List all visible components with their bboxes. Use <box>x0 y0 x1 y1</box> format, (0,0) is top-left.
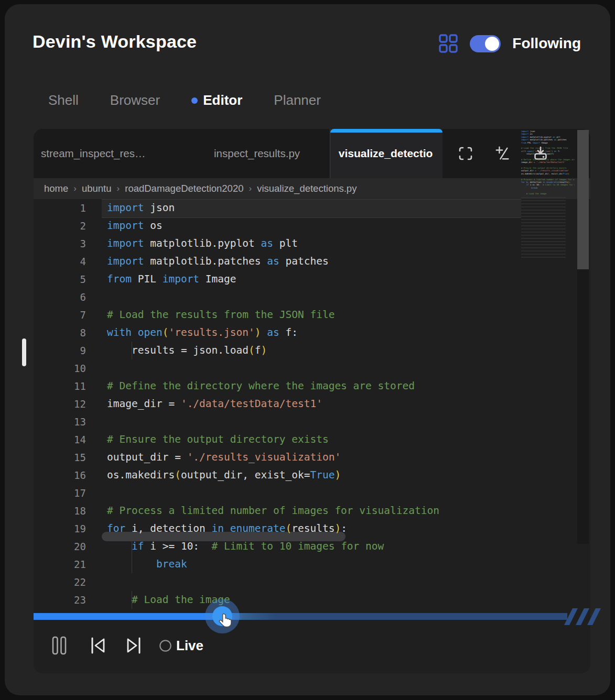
tab-browser[interactable]: Browser <box>110 92 160 108</box>
line-content: results = json.load(f) <box>107 342 267 359</box>
line-number: 20 <box>34 538 86 555</box>
code-line-11[interactable]: 11# Define the directory where the image… <box>34 377 590 395</box>
editor-tabbar: stream_inspect_res…inspect_results.pyvis… <box>34 129 590 178</box>
file-tab-1[interactable]: inspect_results.py <box>184 129 329 178</box>
tab-planner[interactable]: Planner <box>274 92 321 108</box>
code-line-18[interactable]: 18# Process a limited number of images f… <box>34 502 590 520</box>
line-number: 18 <box>34 502 86 520</box>
workspace-panel: Devin's Workspace Following ShellBrowser… <box>5 4 610 695</box>
code-line-6[interactable]: 6 <box>34 288 590 306</box>
workspace-nav: ShellBrowserEditorPlanner <box>48 92 321 108</box>
line-content: # Load the results from the JSON file <box>107 306 335 324</box>
line-number: 23 <box>34 591 86 609</box>
skip-back-icon[interactable] <box>89 636 107 655</box>
line-number: 17 <box>34 484 86 502</box>
code-line-19[interactable]: 19for i, detection in enumerate(results)… <box>34 520 590 538</box>
line-number: 14 <box>34 431 86 449</box>
line-content: break <box>107 555 187 573</box>
breadcrumb-item[interactable]: visualize_detections.py <box>257 183 357 194</box>
active-file-tab-indicator <box>330 129 443 133</box>
code-line-5[interactable]: 5from PIL import Image <box>34 270 590 288</box>
code-line-21[interactable]: 21 break <box>34 555 590 573</box>
player-controls: Live <box>51 633 203 658</box>
line-number: 2 <box>34 217 86 235</box>
file-tab-2[interactable]: visualize_detectio <box>330 129 443 178</box>
code-line-23[interactable]: 23 # Load the image <box>34 591 590 609</box>
live-toggle[interactable]: Live <box>159 638 203 654</box>
breadcrumb-item[interactable]: home <box>44 183 68 194</box>
line-content: with open('results.json') as f: <box>107 324 298 342</box>
line-number: 6 <box>34 288 86 306</box>
header-actions: Following <box>438 34 581 53</box>
breadcrumb-item[interactable]: roadDamageDetection2020 <box>125 183 243 194</box>
grid-icon[interactable] <box>438 34 458 53</box>
vertical-scrollbar-track <box>577 269 589 544</box>
code-line-2[interactable]: 2import os <box>34 217 590 235</box>
code-line-17[interactable]: 17 <box>34 484 590 502</box>
line-content: import json <box>107 199 175 217</box>
code-line-16[interactable]: 16os.makedirs(output_dir, exist_ok=True) <box>34 466 590 484</box>
nav-tab-label: Browser <box>110 92 160 108</box>
line-number: 19 <box>34 520 86 538</box>
tab-editor[interactable]: Editor <box>191 92 242 108</box>
live-label: Live <box>176 638 203 654</box>
toggle-knob <box>485 37 499 51</box>
code-line-14[interactable]: 14# Ensure the output directory exists <box>34 431 590 449</box>
code-area[interactable]: 1import json2import os3import matplotlib… <box>34 199 590 614</box>
line-number: 3 <box>34 235 86 253</box>
line-number: 4 <box>34 253 86 270</box>
font-size-icon[interactable] <box>495 146 511 161</box>
line-number: 10 <box>34 359 86 377</box>
breadcrumb-separator: › <box>73 183 77 194</box>
line-number: 12 <box>34 395 86 413</box>
active-tab-dot <box>191 97 198 104</box>
panel-drag-handle[interactable] <box>22 338 26 366</box>
code-line-22[interactable]: 22 <box>34 573 590 591</box>
line-number: 9 <box>34 342 86 359</box>
code-line-12[interactable]: 12image_dir = './data/testData/test1' <box>34 395 590 413</box>
timeline-bar[interactable] <box>34 613 567 620</box>
line-number: 22 <box>34 573 86 591</box>
following-toggle[interactable] <box>470 35 501 52</box>
code-line-10[interactable]: 10 <box>34 359 590 377</box>
live-radio <box>159 639 172 652</box>
code-line-15[interactable]: 15output_dir = './results_visualization' <box>34 449 590 466</box>
line-content: image_dir = './data/testData/test1' <box>107 395 322 413</box>
timeline-end-stripes <box>558 608 605 625</box>
code-line-3[interactable]: 3import matplotlib.pyplot as plt <box>34 235 590 253</box>
line-content: import matplotlib.patches as patches <box>107 253 329 270</box>
code-line-7[interactable]: 7# Load the results from the JSON file <box>34 306 590 324</box>
minimap[interactable]: import jsonimport osimport matplotlib.py… <box>521 130 575 360</box>
vertical-scrollbar[interactable] <box>577 130 589 269</box>
line-number: 8 <box>34 324 86 342</box>
breadcrumb-item[interactable]: ubuntu <box>82 183 112 194</box>
line-content: # Ensure the output directory exists <box>107 431 329 449</box>
hand-cursor-icon <box>217 612 235 632</box>
editor-card: stream_inspect_res…inspect_results.pyvis… <box>34 129 590 673</box>
line-number: 11 <box>34 377 86 395</box>
nav-tab-label: Editor <box>203 92 242 108</box>
skip-forward-icon[interactable] <box>124 636 143 655</box>
timeline-scrubber <box>34 613 567 620</box>
file-tab-label: inspect_results.py <box>214 147 300 160</box>
code-line-13[interactable]: 13 <box>34 413 590 431</box>
line-content: if i >= 10: # Limit to 10 images for now <box>107 538 384 555</box>
minimap-row: # Load the image <box>521 192 575 195</box>
code-line-8[interactable]: 8with open('results.json') as f: <box>34 324 590 342</box>
code-line-1[interactable]: 1import json <box>34 199 590 217</box>
code-line-4[interactable]: 4import matplotlib.patches as patches <box>34 253 590 270</box>
code-line-9[interactable]: 9 results = json.load(f) <box>34 342 590 359</box>
minimap-overflow <box>521 197 566 260</box>
line-content: import os <box>107 217 163 235</box>
fullscreen-icon[interactable] <box>458 146 473 161</box>
file-tab-label: stream_inspect_res… <box>41 147 145 160</box>
pause-icon[interactable] <box>51 635 68 656</box>
file-tab-0[interactable]: stream_inspect_res… <box>34 129 184 178</box>
breadcrumb-separator: › <box>117 183 120 194</box>
line-number: 16 <box>34 466 86 484</box>
line-number: 15 <box>34 449 86 466</box>
code-line-20[interactable]: 20 if i >= 10: # Limit to 10 images for … <box>34 538 590 555</box>
nav-tab-label: Planner <box>274 92 321 108</box>
line-content: for i, detection in enumerate(results): <box>107 520 347 538</box>
tab-shell[interactable]: Shell <box>48 92 79 108</box>
